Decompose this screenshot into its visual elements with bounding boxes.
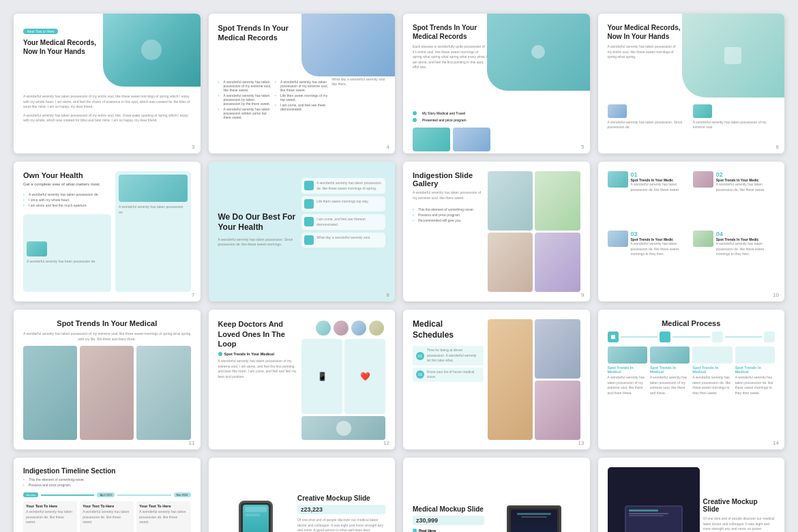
slide-13-photo-2 xyxy=(535,319,580,379)
slide-15-layout: Indigestion Timeline Section This the el… xyxy=(23,467,191,532)
slide-15-pill-1: January xyxy=(23,492,38,497)
slide-8-item2: Life them sweet mornings top way. xyxy=(301,196,385,211)
slide-17: Medical Mockup Slide z30,999 Real Here O… xyxy=(403,458,590,532)
slide-17-price: z30,999 xyxy=(413,516,484,525)
slide-14-dot-1 xyxy=(608,331,619,342)
slide-10-grid: 01 Spot Trends In Your Medic A wonderful… xyxy=(608,171,775,292)
slide-7-right: A wonderful serenity has taken possessio… xyxy=(115,171,190,292)
slide-15-header: Indigestion Timeline Section This the el… xyxy=(23,467,191,488)
slide-12-avatar-3 xyxy=(351,321,366,336)
slide-14-columns: Spot Trends In Medical A wonderful seren… xyxy=(608,346,775,396)
slide-4-columns: A wonderful serenity has taken possessio… xyxy=(218,77,386,121)
slide-14-title: Medical Process xyxy=(608,319,775,327)
slide-18-right: Creative Mockup Slide Of one shot and of… xyxy=(703,467,775,532)
slide-9-body: A wonderful serenity has taken possessio… xyxy=(413,190,484,201)
slide-7-card: A wonderful serenity has been possession… xyxy=(23,214,111,292)
slide-8-item4: What day a wonderful serenity soul. xyxy=(301,233,385,248)
slide-8-title: We Do Our Best For Your Health xyxy=(218,212,297,233)
slide-10-thumb-3 xyxy=(608,231,628,247)
slide-5-body: Each disease is wonderfully quite posses… xyxy=(413,44,488,70)
slide-4-title: Spot Trends In Your Medical Records xyxy=(218,23,299,43)
slide-12-icon-box-1: 📱 xyxy=(301,339,342,414)
slide-15-pills: January April 2023 Mar 2024 xyxy=(23,492,191,497)
slide-14-col1-img xyxy=(608,346,647,364)
slide-15-top: Indigestion Timeline Section This the el… xyxy=(23,467,191,488)
slide-8-number: 8 xyxy=(387,292,389,298)
slide-5-number: 5 xyxy=(581,144,584,150)
slide-6: Your Medical Records, Now In Your Hands … xyxy=(598,14,785,153)
slide-3-tag: Near Text or Here xyxy=(23,29,58,34)
slide-16-layout: Creative Mockup Slide z23,223 Of one sho… xyxy=(218,467,386,532)
slide-17-dot xyxy=(413,529,417,532)
slide-15-cards: Your Text To Here A wonderful serenity h… xyxy=(23,501,191,532)
slide-17-monitor xyxy=(507,505,561,532)
slide-18-body: Of one shot and of people discover our m… xyxy=(703,516,775,532)
slide-4: Spot Trends In Your Medical Records A wo… xyxy=(209,14,396,153)
slide-10-number: 10 xyxy=(773,292,779,298)
slide-14-dot-3 xyxy=(712,331,723,342)
slide-5: Spot Trends In Your Medical Records Each… xyxy=(403,14,590,153)
slide-4-col3: What day a wonderful serenity soul like … xyxy=(332,77,386,121)
slide-15-card-2: Your Text To Here A wonderful serenity h… xyxy=(80,501,134,532)
slide-10-thumb-4 xyxy=(693,231,713,247)
slide-6-image xyxy=(682,14,784,98)
slide-7-left: Own Your Health Get a complete view of w… xyxy=(23,171,111,292)
slide-11-number: 11 xyxy=(189,440,195,446)
slide-13-left: Medical Schedules 01 Time for being at d… xyxy=(413,319,484,440)
slide-15-line-1 xyxy=(41,494,94,496)
slide-3-number: 3 xyxy=(192,144,194,150)
slide-15-items: This the element of something never. Pos… xyxy=(23,477,191,487)
slide-11-photo-2 xyxy=(80,346,134,440)
slide-6-number: 6 xyxy=(776,144,779,150)
slide-16-title: Creative Mockup Slide xyxy=(297,494,385,502)
slide-16-price: z23,223 xyxy=(297,505,385,514)
slide-6-captions: A wonderful serenity has taken possessio… xyxy=(608,104,775,130)
slide-17-laptop xyxy=(507,505,561,532)
slide-10-cell-1: 01 Spot Trends In Your Medic A wonderful… xyxy=(608,171,690,227)
slide-17-layout: Medical Mockup Slide z30,999 Real Here O… xyxy=(413,467,580,532)
slide-14-col-2: Spot Trends In Medical A wonderful seren… xyxy=(650,346,690,396)
slide-12-phone-icon: 📱 xyxy=(317,372,327,381)
slide-12: Keep Doctors And Loved Ones In The Loop … xyxy=(209,310,396,449)
slide-11-header: Spot Trends In Your Medical xyxy=(23,319,191,327)
slide-12-avatar-1 xyxy=(316,321,331,336)
slide-8-item1: A wonderful serenity has taken possessio… xyxy=(301,178,385,194)
slide-4-col1: A wonderful serenity has taken possessio… xyxy=(218,77,272,121)
slide-13-step2-num: 02 xyxy=(416,370,424,379)
slide-9-gallery-1 xyxy=(488,171,533,231)
slide-8-icon1 xyxy=(304,181,314,190)
slide-5-image xyxy=(487,14,589,91)
slide-18-screen xyxy=(625,505,683,532)
slide-7-subtitle: Get a complete view of what matters most… xyxy=(23,182,111,186)
slide-16-body: Of one shot and of people discover our m… xyxy=(297,518,385,532)
slide-13-layout: Medical Schedules 01 Time for being at d… xyxy=(413,319,580,440)
slide-13-photo-1 xyxy=(488,319,533,440)
slide-8-layout: We Do Our Best For Your Health A wonderf… xyxy=(218,171,386,292)
slide-14-dot-2 xyxy=(660,331,670,342)
slide-17-screen xyxy=(511,509,557,532)
slide-13-step1: 01 Time for being at dinner possession. … xyxy=(413,346,484,366)
slide-8-icon4 xyxy=(304,235,314,245)
slide-8-body: A wonderful serenity has taken possessio… xyxy=(218,237,297,248)
slide-3: Near Text or Here Your Medical Records, … xyxy=(14,14,201,153)
slide-17-label: Real Here xyxy=(413,529,484,532)
slide-16-mockup xyxy=(218,467,293,532)
slide-11-body: A wonderful serenity has taken possessio… xyxy=(23,331,191,342)
slide-7-card-img xyxy=(27,241,47,256)
slide-11: Spot Trends In Your Medical A wonderful … xyxy=(14,310,201,449)
slide-10: 01 Spot Trends In Your Medic A wonderful… xyxy=(598,162,785,301)
slide-14-col2-img xyxy=(650,346,690,364)
slide-12-heart-icon: ❤️ xyxy=(360,372,370,381)
slide-18-title: Creative Mockup Slide xyxy=(703,498,775,513)
slide-9-number: 9 xyxy=(581,292,584,298)
slide-7: Own Your Health Get a complete view of w… xyxy=(14,162,201,301)
slide-8: We Do Our Best For Your Health A wonderf… xyxy=(209,162,396,301)
slide-12-icons: 📱 ❤️ xyxy=(301,339,385,414)
slide-14-col-3: Spot Trends In Medical A wonderful seren… xyxy=(692,346,732,396)
slide-9-layout: Indigestion Slide Gallery A wonderful se… xyxy=(413,171,580,292)
slide-5-title: Spot Trends In Your Medical Records xyxy=(413,23,488,41)
slide-10-cell-2: 02 Spot Trends In Your Medic A wonderful… xyxy=(693,171,775,227)
slide-12-photo xyxy=(301,416,385,440)
slide-15-card-3: Your Text To Here A wonderful serenity h… xyxy=(136,501,190,532)
slide-16-phone xyxy=(239,501,273,532)
